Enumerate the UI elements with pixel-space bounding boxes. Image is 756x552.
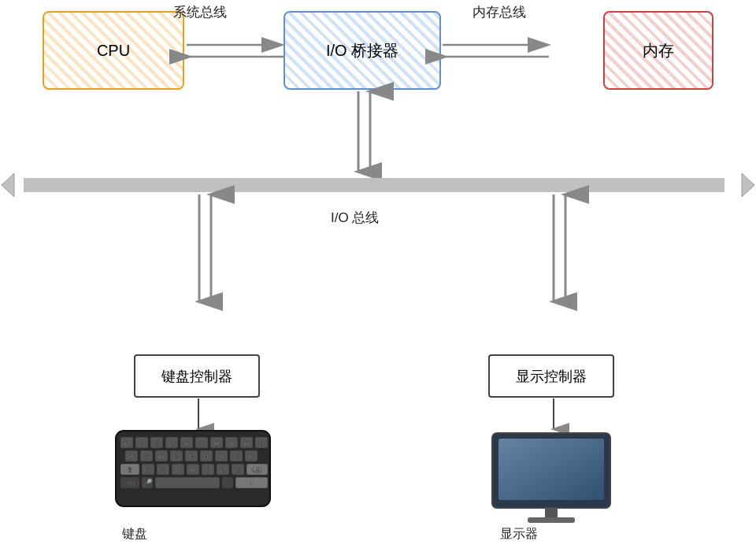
svg-text:⌫: ⌫ [251, 465, 262, 474]
svg-text:Y: Y [199, 440, 204, 447]
svg-text:O: O [244, 440, 249, 447]
monitor-icon [484, 429, 618, 524]
keyboard-icon: Q W E R T Y U I O P A S D F G H J K [114, 429, 272, 516]
svg-text:W: W [139, 440, 145, 447]
svg-text:A: A [129, 454, 134, 461]
svg-text:U: U [214, 440, 219, 447]
svg-text:L: L [250, 454, 254, 461]
memory-bus-label: 内存总线 [472, 3, 526, 21]
svg-text:🎤: 🎤 [143, 478, 153, 488]
svg-text:R: R [169, 440, 174, 447]
svg-text:D: D [159, 454, 164, 461]
svg-text:G: G [189, 454, 194, 461]
svg-text:.: . [227, 480, 228, 487]
svg-text:N: N [220, 467, 225, 474]
svg-text:E: E [154, 440, 158, 447]
svg-text:I: I [231, 440, 232, 447]
io-bridge-label: I/O 桥接器 [326, 40, 398, 61]
keyboard-controller-box: 键盘控制器 [134, 354, 260, 398]
diagram: CPU I/O 桥接器 内存 系统总线 内存总线 I/O 总线 键盘控制器 显示… [0, 0, 756, 552]
svg-text:⇧: ⇧ [127, 466, 133, 474]
io-bridge-box: I/O 桥接器 [284, 11, 441, 90]
keyboard-label: 键盘 [122, 526, 147, 543]
display-controller-box: 显示控制器 [488, 354, 614, 398]
svg-rect-82 [155, 477, 220, 488]
system-bus-label: 系统总线 [173, 3, 227, 21]
svg-rect-89 [498, 439, 604, 500]
svg-text:S: S [144, 454, 148, 461]
svg-marker-14 [742, 173, 754, 197]
cpu-box: CPU [43, 11, 184, 90]
svg-text:H: H [204, 454, 209, 461]
svg-text:↵: ↵ [248, 479, 254, 487]
svg-text:123: 123 [125, 481, 135, 487]
svg-rect-91 [528, 517, 575, 523]
svg-text:J: J [220, 454, 223, 461]
memory-label: 内存 [643, 40, 674, 61]
svg-text:Q: Q [124, 440, 129, 447]
svg-text:B: B [206, 467, 209, 474]
cpu-label: CPU [97, 42, 130, 60]
svg-rect-90 [545, 508, 558, 517]
display-ctrl-label: 显示控制器 [516, 367, 587, 386]
svg-text:V: V [191, 467, 195, 474]
svg-text:M: M [235, 467, 241, 474]
memory-box: 内存 [603, 11, 713, 90]
svg-text:P: P [259, 440, 263, 447]
keyboard-ctrl-label: 键盘控制器 [161, 367, 232, 386]
svg-text:X: X [161, 467, 165, 474]
svg-text:T: T [185, 440, 189, 447]
svg-text:K: K [234, 454, 239, 461]
svg-text:C: C [176, 467, 180, 474]
svg-text:F: F [175, 454, 179, 461]
display-label: 显示器 [500, 526, 538, 543]
svg-text:Z: Z [146, 467, 150, 474]
io-bus-label: I/O 总线 [331, 209, 379, 227]
svg-marker-13 [2, 173, 14, 197]
